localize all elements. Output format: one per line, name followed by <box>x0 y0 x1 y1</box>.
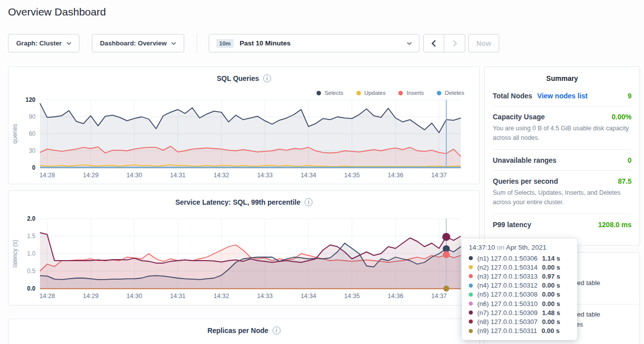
svg-text:14:37: 14:37 <box>431 172 447 179</box>
svg-text:1.5: 1.5 <box>27 233 35 240</box>
sql-queries-card: SQL Queries i SelectsUpdatesInsertsDelet… <box>8 66 480 184</box>
chevron-down-icon <box>171 42 176 45</box>
view-nodes-list-link[interactable]: View nodes list <box>537 92 588 100</box>
svg-text:14:30: 14:30 <box>126 172 142 179</box>
svg-text:14:30: 14:30 <box>126 293 142 300</box>
p99-latency-value: 1208.0 ms <box>598 221 632 229</box>
legend-item-inserts: Inserts <box>398 90 424 96</box>
tooltip-node-row: (n3) 127.0.0.1:503130.97 s <box>469 272 570 281</box>
svg-text:0.0: 0.0 <box>27 285 35 292</box>
chart-hover-tooltip: 14:37:10 on Apr 5th, 2021 (n1) 127.0.0.1… <box>462 239 577 340</box>
summary-unavailable-row: Unavailable ranges 0 <box>493 150 632 171</box>
info-icon[interactable]: i <box>273 327 281 335</box>
svg-text:14:28: 14:28 <box>39 293 55 300</box>
now-button[interactable]: Now <box>468 34 499 52</box>
svg-text:14:37: 14:37 <box>431 293 447 300</box>
node-color-dot-icon <box>469 302 473 306</box>
svg-text:30: 30 <box>29 147 36 154</box>
svg-text:2.0: 2.0 <box>27 215 35 222</box>
time-step-back-button[interactable] <box>423 34 444 52</box>
unavailable-ranges-label: Unavailable ranges <box>493 156 557 164</box>
svg-text:queries: queries <box>11 124 18 143</box>
sql-queries-legend: SelectsUpdatesInsertsDeletes <box>317 90 464 96</box>
graph-scope-dropdown[interactable]: Graph: Cluster <box>8 34 79 52</box>
sql-queries-chart[interactable]: 0306090120queries14:2814:2914:3014:3114:… <box>9 96 479 182</box>
svg-text:0.5: 0.5 <box>27 268 35 275</box>
svg-text:14:31: 14:31 <box>170 293 186 300</box>
total-nodes-value: 9 <box>628 92 632 100</box>
tooltip-node-row: (n2) 127.0.0.1:503140.00 s <box>469 263 570 272</box>
graph-scope-label: Graph: Cluster <box>16 39 61 47</box>
node-color-dot-icon <box>469 256 473 260</box>
legend-item-deletes: Deletes <box>437 90 464 96</box>
chevron-down-icon <box>407 42 412 45</box>
node-color-dot-icon <box>469 265 473 269</box>
summary-title: Summary <box>485 67 640 85</box>
time-step-group <box>423 34 465 52</box>
capacity-usage-value: 0.00% <box>612 113 632 121</box>
node-color-dot-icon <box>469 284 473 288</box>
replicas-card: Replicas per Node i <box>8 319 480 344</box>
svg-text:90: 90 <box>29 113 36 120</box>
dashboard-dropdown[interactable]: Dashboard: Overview <box>92 34 184 52</box>
replicas-chart-title: Replicas per Node <box>207 327 268 335</box>
svg-text:14:35: 14:35 <box>344 293 359 300</box>
svg-text:14:34: 14:34 <box>301 293 316 300</box>
svg-text:14:29: 14:29 <box>83 293 98 300</box>
svg-text:14:34: 14:34 <box>301 172 316 179</box>
info-icon[interactable]: i <box>263 74 271 82</box>
tooltip-node-row: (n6) 127.0.0.1:503100.00 s <box>469 299 570 308</box>
svg-text:120: 120 <box>25 96 35 103</box>
qps-label: Queries per second <box>493 177 558 185</box>
capacity-usage-subtext: You are using 0 B of 4.5 GiB usable disk… <box>493 124 632 143</box>
summary-p99-row: P99 latency 1208.0 ms <box>493 214 632 235</box>
summary-capacity-row: Capacity Usage 0.00% You are using 0 B o… <box>493 106 632 150</box>
service-latency-chart[interactable]: 0.00.51.01.52.0latency (s)14:2814:2914:3… <box>9 213 479 303</box>
time-range-badge: 10m <box>216 39 234 48</box>
dashboard-label: Dashboard: Overview <box>100 39 167 47</box>
p99-latency-label: P99 latency <box>493 221 531 229</box>
time-step-forward-button[interactable] <box>444 34 465 52</box>
tooltip-node-row: (n4) 127.0.0.1:503120.00 s <box>469 281 570 290</box>
chevron-down-icon <box>66 42 71 45</box>
svg-text:1.0: 1.0 <box>27 250 35 257</box>
service-latency-card: Service Latency: SQL, 99th percentile i … <box>8 190 480 306</box>
svg-text:14:28: 14:28 <box>39 172 55 179</box>
page-title: Overview Dashboard <box>8 6 106 18</box>
svg-text:14:36: 14:36 <box>388 172 403 179</box>
capacity-usage-label: Capacity Usage <box>493 113 545 121</box>
total-nodes-label: Total Nodes <box>493 92 532 100</box>
tooltip-node-row: (n1) 127.0.0.1:503061.14 s <box>469 254 570 263</box>
svg-text:0: 0 <box>32 164 35 171</box>
toolbar-divider <box>197 33 197 53</box>
svg-text:60: 60 <box>29 130 36 137</box>
time-range-dropdown[interactable]: 10m Past 10 Minutes <box>209 34 419 52</box>
summary-total-nodes-row: Total Nodes View nodes list 9 <box>493 85 632 106</box>
svg-text:14:35: 14:35 <box>344 172 359 179</box>
svg-text:14:32: 14:32 <box>214 172 229 179</box>
legend-dot-icon <box>356 91 361 95</box>
svg-text:14:29: 14:29 <box>83 172 98 179</box>
svg-text:latency (s): latency (s) <box>11 240 18 267</box>
info-icon[interactable]: i <box>305 198 313 206</box>
now-button-label: Now <box>476 39 491 47</box>
qps-subtext: Sum of Selects, Updates, Inserts, and De… <box>493 188 632 208</box>
tooltip-timestamp: 14:37:10 on Apr 5th, 2021 <box>469 244 570 251</box>
legend-dot-icon <box>398 91 403 95</box>
svg-text:14:33: 14:33 <box>257 293 273 300</box>
tooltip-node-row: (n7) 127.0.0.1:503091.48 s <box>469 308 570 317</box>
summary-qps-row: Queries per second 87.5 Sum of Selects, … <box>493 171 632 214</box>
tooltip-node-row: (n8) 127.0.0.1:503070.00 s <box>469 317 570 326</box>
node-color-dot-icon <box>469 320 473 324</box>
time-range-label: Past 10 Minutes <box>240 39 401 47</box>
legend-dot-icon <box>317 91 321 95</box>
node-color-dot-icon <box>469 311 473 315</box>
sql-queries-chart-title: SQL Queries <box>217 74 259 82</box>
node-color-dot-icon <box>469 329 473 333</box>
summary-panel: Summary Total Nodes View nodes list 9 Ca… <box>484 66 640 246</box>
node-color-dot-icon <box>469 274 473 278</box>
svg-text:14:33: 14:33 <box>257 172 273 179</box>
svg-text:14:36: 14:36 <box>388 293 403 300</box>
node-color-dot-icon <box>469 293 473 297</box>
tooltip-node-row: (n9) 127.0.0.1:503110.00 s <box>469 327 570 336</box>
